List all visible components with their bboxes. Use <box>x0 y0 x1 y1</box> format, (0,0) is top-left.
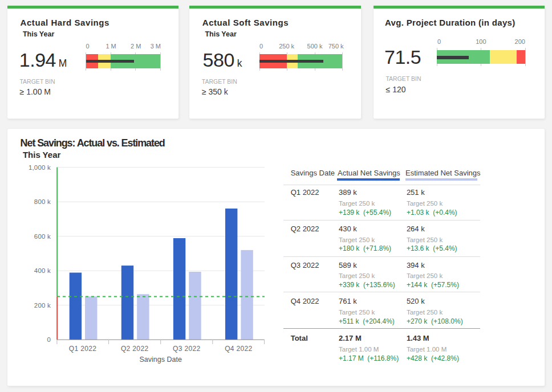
svg-text:400 k: 400 k <box>34 267 51 274</box>
svg-text:Q2 2022: Q2 2022 <box>121 345 149 353</box>
svg-text:Q1 2022: Q1 2022 <box>69 345 97 353</box>
svg-text:0: 0 <box>47 336 51 343</box>
svg-text:Savings Date: Savings Date <box>140 356 182 364</box>
svg-text:Q4 2022: Q4 2022 <box>225 345 253 353</box>
svg-text:1,000 k: 1,000 k <box>29 164 51 171</box>
svg-text:800 k: 800 k <box>34 198 51 205</box>
svg-text:200 k: 200 k <box>34 302 51 309</box>
svg-text:Q3 2022: Q3 2022 <box>173 345 201 353</box>
svg-text:600 k: 600 k <box>34 233 51 240</box>
